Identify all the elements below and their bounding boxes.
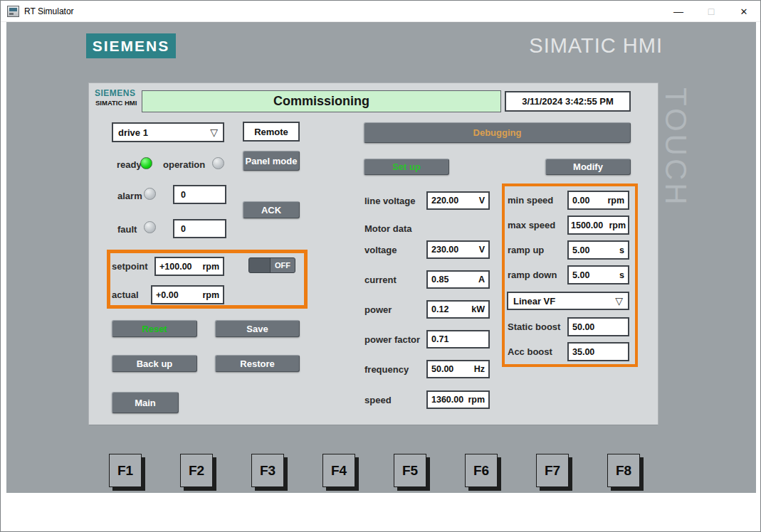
modify-button[interactable]: Modify (545, 159, 631, 175)
motor-row-label: frequency (364, 364, 409, 375)
page-title: Commissioning (142, 90, 501, 112)
voltage-value: 230.00 (431, 245, 458, 255)
f1-key[interactable]: F1 (109, 454, 142, 487)
line-voltage-field: 220.00 V (426, 191, 490, 210)
f6-key[interactable]: F6 (465, 454, 498, 487)
param-label: Static boost (508, 321, 560, 332)
motor-row-label: current (364, 275, 397, 285)
motor-row-label: voltage (364, 245, 397, 255)
hmi-screen: SIEMENS SIMATIC HMI Commissioning 3/11/2… (88, 83, 658, 425)
ramp-down-unit: s (619, 270, 624, 280)
close-button[interactable]: ✕ (728, 1, 760, 22)
param-label: ramp up (508, 245, 544, 255)
reset-button[interactable]: Reset (112, 320, 197, 337)
panel-mode-button[interactable]: Panel mode (243, 151, 300, 171)
motor-data-heading: Motor data (364, 223, 411, 234)
setpoint-field[interactable]: +100.00 rpm (154, 257, 224, 276)
setpoint-value: +100.00 (159, 262, 192, 272)
alarm-led (144, 188, 156, 200)
static-boost-field[interactable]: 50.00 (567, 317, 629, 336)
actual-field: +0.00 rpm (151, 285, 224, 304)
max-speed-value: 1500.00 (571, 220, 603, 230)
param-label: max speed (508, 220, 555, 230)
ready-led (140, 157, 152, 169)
f4-key[interactable]: F4 (322, 454, 355, 487)
remote-button[interactable]: Remote (243, 122, 300, 142)
window-title: RT Simulator (24, 6, 74, 16)
restore-button[interactable]: Restore (215, 355, 300, 372)
motor-row-label: power (364, 304, 392, 315)
onoff-toggle[interactable]: OFF (248, 257, 295, 273)
f5-key[interactable]: F5 (394, 454, 426, 487)
operation-label: operation (163, 159, 205, 170)
datetime-display: 3/11/2024 3:42:55 PM (505, 91, 631, 112)
acc-boost-field[interactable]: 35.00 (567, 342, 629, 361)
max-speed-unit: rpm (609, 220, 626, 230)
ready-label: ready (117, 159, 142, 170)
motor-row-label: speed (364, 395, 392, 405)
debugging-button[interactable]: Debugging (364, 122, 631, 143)
actual-unit: rpm (202, 290, 219, 300)
minimize-button[interactable]: — (662, 1, 695, 22)
min-speed-field[interactable]: 0.00 rpm (567, 191, 629, 210)
fault-label: fault (117, 224, 137, 235)
vf-curve-select[interactable]: Linear VF ▽ (507, 292, 629, 310)
minimize-icon: — (673, 6, 683, 17)
toggle-knob (249, 258, 271, 272)
voltage-field: 230.00 V (426, 240, 490, 259)
actual-value: +0.00 (156, 290, 179, 300)
f3-key[interactable]: F3 (251, 454, 284, 487)
max-speed-field[interactable]: 1500.00 rpm (567, 216, 629, 235)
backup-button[interactable]: Back up (112, 355, 197, 372)
line-voltage-value: 220.00 (431, 196, 458, 206)
f2-key[interactable]: F2 (180, 454, 213, 487)
current-unit: A (478, 275, 485, 284)
siemens-logo: SIEMENS (86, 33, 176, 58)
titlebar: RT Simulator — □ ✕ (1, 1, 760, 22)
ack-button[interactable]: ACK (243, 201, 300, 218)
power-factor-value: 0.71 (431, 334, 448, 344)
motor-row-label: line voltage (364, 196, 416, 206)
screen-simatic-label: SIMATIC HMI (95, 99, 137, 107)
setpoint-unit: rpm (202, 262, 219, 272)
ramp-up-field[interactable]: 5.00 s (567, 240, 629, 260)
speed-unit: rpm (468, 395, 485, 405)
main-button[interactable]: Main (112, 392, 179, 413)
power-unit: kW (471, 304, 485, 314)
frequency-field: 50.00 Hz (426, 360, 490, 378)
maximize-button[interactable]: □ (695, 1, 728, 22)
chevron-down-icon: ▽ (210, 127, 218, 138)
fault-value-field: 0 (173, 219, 226, 238)
speed-value: 1360.00 (431, 395, 463, 405)
power-value: 0.12 (431, 304, 448, 314)
current-field: 0.85 A (426, 270, 490, 289)
screen-siemens-logo: SIEMENS (95, 88, 136, 98)
operation-led (212, 157, 224, 169)
min-speed-value: 0.00 (572, 196, 589, 206)
app-icon (7, 6, 19, 17)
touch-label: TOUCH (658, 87, 693, 244)
alarm-value: 0 (181, 190, 186, 200)
setup-button[interactable]: Set up (364, 159, 449, 175)
alarm-value-field: 0 (173, 185, 226, 204)
acc-boost-value: 35.00 (572, 347, 594, 357)
setpoint-label: setpoint (112, 261, 148, 272)
frequency-unit: Hz (474, 364, 485, 374)
chevron-down-icon: ▽ (615, 295, 623, 307)
f7-key[interactable]: F7 (536, 454, 569, 487)
ramp-up-value: 5.00 (572, 245, 589, 255)
drive-select[interactable]: drive 1 ▽ (112, 122, 224, 142)
frequency-value: 50.00 (431, 364, 453, 374)
ramp-down-field[interactable]: 5.00 s (567, 265, 629, 284)
actual-label: actual (112, 289, 139, 300)
f8-key[interactable]: F8 (607, 454, 640, 487)
ramp-down-value: 5.00 (572, 270, 589, 280)
vf-curve-select-value: Linear VF (513, 296, 555, 307)
param-label: Acc boost (508, 346, 552, 357)
toggle-state-label: OFF (271, 258, 295, 272)
param-label: min speed (508, 195, 553, 206)
save-button[interactable]: Save (215, 320, 300, 337)
drive-select-value: drive 1 (118, 127, 148, 138)
simatic-hmi-label: SIMATIC HMI (462, 34, 663, 60)
power-field: 0.12 kW (426, 300, 490, 319)
